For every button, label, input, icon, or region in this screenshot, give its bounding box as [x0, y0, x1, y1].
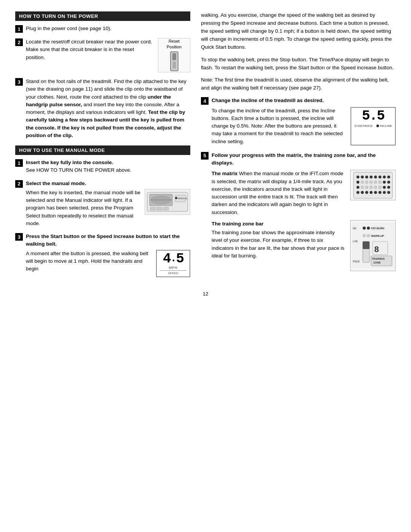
manual-step-3-text: A moment after the button is pressed, th…	[26, 250, 152, 277]
svg-point-50	[363, 227, 366, 230]
speed-number: 4.5	[163, 252, 183, 266]
power-step-1: 1 Plug in the power cord (see page 10).	[15, 25, 190, 33]
step-3-para: Stand on the foot rails of the treadmill…	[26, 78, 190, 139]
svg-text:LSE: LSE	[353, 240, 358, 243]
matrix-image	[350, 170, 396, 200]
svg-rect-13	[354, 172, 392, 198]
svg-point-16	[365, 176, 368, 179]
svg-point-19	[378, 176, 381, 179]
manual-step-3-content: Press the Start button or the Speed incr…	[26, 233, 190, 277]
training-zone-svg: NE LSE PACE FAT-BURN WARM-UP	[352, 222, 395, 268]
svg-point-8	[175, 197, 177, 199]
manual-step-number-1: 1	[15, 159, 23, 167]
svg-point-42	[387, 176, 390, 179]
svg-point-44	[387, 186, 390, 189]
svg-point-32	[374, 186, 377, 189]
right-step-4: 4 Change the incline of the treadmill as…	[201, 97, 396, 145]
svg-text:MANUAL: MANUAL	[178, 197, 188, 200]
section-power: HOW TO TURN ON THE POWER 1 Plug in the p…	[15, 11, 190, 139]
right-step-5-header: Follow your progress with the matrix, th…	[212, 152, 396, 167]
svg-text:FAT-BURN: FAT-BURN	[371, 227, 384, 230]
manual-step-3-header: Press the Start button or the Speed incr…	[26, 233, 190, 248]
matrix-svg	[353, 171, 393, 200]
section-manual: HOW TO USE THE MANUAL MODE 1 Insert the …	[15, 145, 190, 277]
svg-text:ZONE: ZONE	[373, 261, 381, 264]
svg-text:8: 8	[374, 245, 379, 255]
training-zone-image: NE LSE PACE FAT-BURN WARM-UP	[350, 220, 396, 271]
speed-mph-label: MPH	[169, 266, 178, 270]
step-number-2: 2	[15, 38, 23, 46]
svg-point-43	[387, 181, 390, 184]
incline-display: 5.5 DISTANCE INCLINE	[350, 107, 396, 145]
manual-step-1-header: Insert the key fully into the console.	[26, 159, 190, 166]
right-step-4-header: Change the incline of the treadmill as d…	[212, 97, 396, 104]
svg-point-21	[357, 181, 360, 184]
matrix-section: The matrix When the manual mode or the i…	[212, 170, 396, 216]
svg-point-28	[357, 186, 360, 189]
incline-dot	[376, 125, 379, 127]
svg-rect-11	[157, 207, 162, 210]
svg-point-23	[365, 181, 368, 184]
matrix-row: The matrix When the manual mode or the i…	[212, 170, 396, 216]
manual-step-2-wrap: When the key is inserted, the manual mod…	[26, 189, 190, 227]
svg-point-40	[378, 191, 381, 194]
step-number-1: 1	[15, 25, 23, 33]
tz-text: The training zone bar shows the approxim…	[212, 229, 346, 260]
matrix-para: The matrix When the manual mode or the i…	[212, 170, 346, 216]
incline-label: INCLINE	[380, 124, 392, 128]
step-1-text: Plug in the power cord (see page 10).	[26, 25, 190, 32]
reset-icon	[169, 51, 180, 72]
svg-point-35	[357, 191, 360, 194]
incline-dots-row: DISTANCE INCLINE	[354, 124, 392, 128]
manual-mode-image: MANUAL	[145, 189, 190, 215]
matrix-text-wrap: The matrix When the manual mode or the i…	[212, 170, 346, 216]
svg-point-26	[378, 181, 381, 184]
speed-sublabel: SPEED	[160, 270, 186, 275]
manual-step-1-text: See HOW TO TURN ON THE POWER above.	[26, 166, 190, 174]
incline-number: 5.5	[362, 109, 384, 123]
svg-point-36	[361, 191, 364, 194]
manual-step-2: 2 Select the manual mode. When the key i…	[15, 180, 190, 228]
matrix-text: When the manual mode or the iFIT.com mod…	[212, 171, 343, 215]
manual-step-2-content: Select the manual mode. When the key is …	[26, 180, 190, 228]
right-step-5-content: Follow your progress with the matrix, th…	[212, 152, 396, 271]
right-para-3: Note: The first time the treadmill is us…	[201, 76, 396, 92]
matrix-label: The matrix	[212, 171, 237, 176]
manual-step-1: 1 Insert the key fully into the console.…	[15, 159, 190, 174]
svg-point-51	[367, 227, 370, 230]
right-step-4-wrap: To change the incline of the treadmill, …	[212, 107, 396, 145]
manual-step-3: 3 Press the Start button or the Speed in…	[15, 233, 190, 277]
svg-point-54	[367, 234, 370, 237]
tz-label-header: The training zone bar	[212, 220, 346, 228]
right-step-number-5: 5	[201, 152, 209, 160]
svg-rect-57	[363, 241, 370, 249]
power-step-2: 2 Locate the reset/off circuit breaker n…	[15, 38, 190, 72]
distance-label-wrap: DISTANCE	[354, 124, 373, 128]
svg-point-18	[374, 176, 377, 179]
svg-text:PACE: PACE	[353, 260, 360, 263]
distance-label: DISTANCE	[358, 124, 373, 128]
reset-label: Reset Position	[167, 38, 182, 50]
training-zone-row: The training zone bar The training zone …	[212, 220, 396, 271]
manual-step-3-wrap: A moment after the button is pressed, th…	[26, 250, 190, 277]
svg-point-27	[383, 181, 386, 184]
right-para-2: To stop the walking belt, press the Stop…	[201, 56, 396, 72]
page-container: HOW TO TURN ON THE POWER 1 Plug in the p…	[15, 11, 396, 283]
svg-rect-12	[163, 207, 169, 210]
reset-position-image: Reset Position	[158, 38, 190, 72]
tz-text-wrap: The training zone bar The training zone …	[212, 220, 346, 260]
distance-dot	[354, 125, 357, 127]
page-number: 12	[15, 291, 396, 297]
manual-step-2-text: When the key is inserted, the manual mod…	[26, 189, 141, 227]
svg-point-30	[365, 186, 368, 189]
speed-display: 4.5 MPH SPEED	[156, 250, 190, 277]
section-power-header: HOW TO TURN ON THE POWER	[15, 11, 190, 21]
svg-point-29	[361, 186, 364, 189]
svg-point-24	[370, 181, 373, 184]
step-3-content: Stand on the foot rails of the treadmill…	[26, 78, 190, 139]
manual-console-svg: MANUAL	[147, 190, 188, 213]
svg-point-22	[361, 181, 364, 184]
svg-point-38	[370, 191, 373, 194]
manual-step-2-header: Select the manual mode.	[26, 180, 190, 187]
svg-text:NE: NE	[353, 227, 357, 230]
